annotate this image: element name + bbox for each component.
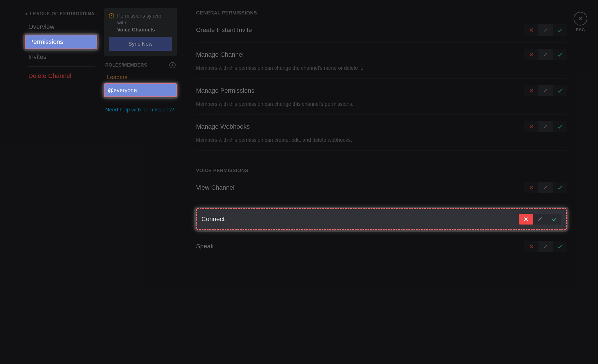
roles-header: ROLES/MEMBERS (105, 62, 176, 68)
perm-create-invite-allow[interactable] (553, 24, 567, 36)
settings-container: LEAGUE-OF-EXTRAORDINA... Overview Permis… (0, 0, 598, 364)
close-button[interactable] (574, 12, 587, 26)
perm-create-invite-title: Create Instant Invite (196, 26, 252, 34)
perm-manage-permissions: Manage Permissions Members with this per… (196, 79, 567, 115)
svg-line-16 (544, 125, 547, 128)
roles-divider (105, 102, 176, 102)
perm-connect-toggle (519, 214, 561, 225)
nav-permissions[interactable]: Permissions (25, 35, 97, 49)
perm-manage-channel-deny[interactable] (524, 49, 538, 60)
perm-speak: Speak (196, 230, 567, 259)
perm-manage-permissions-passthrough[interactable] (538, 85, 553, 96)
perm-speak-passthrough[interactable] (538, 241, 553, 252)
sync-box: Permissions synced with: Voice Channels … (104, 8, 177, 56)
add-role-icon[interactable] (169, 62, 176, 68)
svg-line-10 (544, 53, 547, 56)
svg-line-25 (544, 245, 547, 248)
perm-connect-passthrough[interactable] (533, 214, 547, 225)
perm-manage-channel-title: Manage Channel (196, 51, 244, 58)
perm-create-invite-deny[interactable] (524, 24, 538, 36)
channel-name: LEAGUE-OF-EXTRAORDINA... (25, 11, 101, 16)
perm-view-channel: View Channel (196, 180, 567, 200)
sync-now-button[interactable]: Sync Now (109, 37, 172, 51)
roles-column: Permissions synced with: Voice Channels … (101, 0, 180, 364)
perm-create-invite: Create Instant Invite (196, 23, 567, 43)
section-voice-permissions: VOICE PERMISSIONS (196, 168, 567, 173)
svg-line-19 (544, 186, 547, 189)
perm-view-channel-title: View Channel (196, 184, 234, 191)
sidebar-divider (27, 66, 95, 67)
esc-label: ESC (574, 27, 587, 32)
perm-speak-toggle (524, 241, 567, 252)
perm-connect-title: Connect (201, 215, 225, 223)
permissions-panel: GENERAL PERMISSIONS Create Instant Invit… (180, 0, 598, 364)
perm-manage-channel-passthrough[interactable] (538, 49, 553, 60)
perm-manage-channel-toggle (524, 49, 567, 60)
roles-header-label: ROLES/MEMBERS (105, 63, 147, 68)
perm-manage-channel: Manage Channel Members with this permiss… (196, 43, 567, 79)
perm-manage-permissions-title: Manage Permissions (196, 87, 254, 94)
perm-manage-permissions-desc: Members with this permission can change … (196, 100, 567, 108)
perm-manage-webhooks-title: Manage Webhooks (196, 123, 250, 130)
perm-manage-permissions-allow[interactable] (553, 85, 567, 96)
nav-overview[interactable]: Overview (25, 20, 97, 33)
perm-connect: Connect (196, 208, 567, 230)
sync-label: Permissions synced with: (117, 13, 163, 26)
perm-view-channel-deny[interactable] (524, 182, 538, 193)
perm-speak-allow[interactable] (553, 241, 567, 252)
svg-point-2 (111, 17, 112, 17)
warning-icon (109, 13, 114, 20)
perm-manage-webhooks-desc: Members with this permission can create,… (196, 136, 567, 144)
nav-delete-channel[interactable]: Delete Channel (25, 69, 97, 82)
section-general-permissions: GENERAL PERMISSIONS (196, 10, 567, 16)
perm-create-invite-passthrough[interactable] (538, 24, 553, 36)
role-everyone[interactable]: @everyone (104, 83, 177, 97)
perm-connect-allow[interactable] (547, 214, 561, 225)
nav-invites[interactable]: Invites (25, 50, 97, 64)
svg-line-13 (544, 89, 547, 92)
perm-manage-webhooks-passthrough[interactable] (538, 121, 553, 132)
sync-text: Permissions synced with: Voice Channels (117, 12, 172, 33)
perm-manage-webhooks-allow[interactable] (553, 121, 567, 132)
perm-manage-channel-allow[interactable] (553, 49, 567, 60)
perm-view-channel-passthrough[interactable] (538, 182, 553, 193)
perm-manage-channel-desc: Members with this permission can change … (196, 64, 567, 72)
perm-speak-deny[interactable] (524, 241, 538, 252)
sidebar: LEAGUE-OF-EXTRAORDINA... Overview Permis… (0, 0, 101, 364)
perm-manage-permissions-toggle (524, 85, 567, 96)
perm-speak-title: Speak (196, 243, 214, 250)
perm-manage-webhooks: Manage Webhooks Members with this permis… (196, 115, 567, 151)
role-leaders[interactable]: Leaders (104, 71, 177, 83)
perm-manage-webhooks-deny[interactable] (524, 121, 538, 132)
svg-line-7 (544, 29, 547, 32)
sync-category: Voice Channels (117, 27, 155, 33)
svg-line-22 (539, 218, 542, 221)
permissions-help-link[interactable]: Need help with permissions? (104, 107, 177, 113)
channel-name-text: LEAGUE-OF-EXTRAORDINA... (30, 11, 99, 16)
perm-connect-deny[interactable] (519, 214, 533, 225)
volume-icon (25, 12, 30, 16)
perm-create-invite-toggle (524, 24, 567, 36)
perm-view-channel-toggle (524, 182, 567, 193)
perm-manage-permissions-deny[interactable] (524, 85, 538, 96)
perm-view-channel-allow[interactable] (553, 182, 567, 193)
perm-manage-webhooks-toggle (524, 121, 567, 132)
